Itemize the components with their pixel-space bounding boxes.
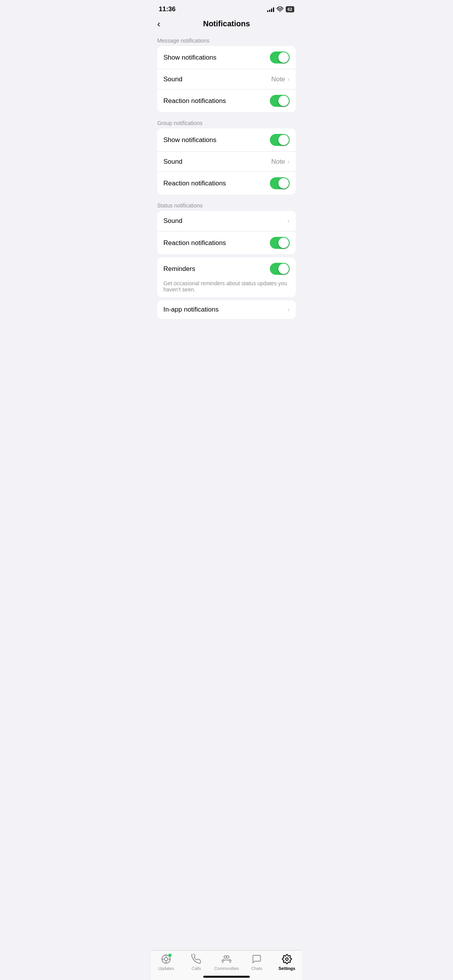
inapp-label: In-app notifications (163, 306, 219, 314)
battery-icon: 62 (286, 6, 294, 12)
status-reaction-label: Reaction notifications (163, 239, 226, 247)
reminders-toggle[interactable] (270, 263, 290, 275)
group-reaction-label: Reaction notifications (163, 180, 226, 187)
message-notifications-label: Message notifications (151, 33, 302, 46)
inapp-chevron: › (287, 306, 290, 314)
group-notifications-label: Group notifications (151, 115, 302, 128)
group-sound-label: Sound (163, 158, 182, 166)
status-reaction-toggle[interactable] (270, 237, 290, 249)
group-sound-value: Note (271, 158, 285, 166)
message-sound-right: Note › (271, 75, 290, 83)
message-show-notifications-row: Show notifications (157, 46, 296, 69)
group-sound-right: Note › (271, 158, 290, 166)
group-sound-row[interactable]: Sound Note › (157, 151, 296, 171)
message-show-notifications-label: Show notifications (163, 54, 216, 62)
message-sound-label: Sound (163, 75, 182, 83)
inapp-notifications-card: In-app notifications › (157, 300, 296, 319)
wifi-icon (276, 7, 283, 12)
status-icons: 62 (267, 6, 294, 12)
status-notifications-label: Status notifications (151, 198, 302, 211)
content-area: Message notifications Show notifications… (151, 33, 302, 365)
inapp-row[interactable]: In-app notifications › (157, 300, 296, 319)
status-reaction-row: Reaction notifications (157, 231, 296, 254)
reminders-card: Reminders Get occasional reminders about… (157, 257, 296, 297)
status-sound-chevron: › (287, 217, 290, 225)
group-reaction-toggle[interactable] (270, 177, 290, 189)
group-reaction-row: Reaction notifications (157, 171, 296, 195)
message-show-notifications-toggle[interactable] (270, 51, 290, 63)
status-time: 11:36 (159, 5, 175, 13)
group-show-notifications-row: Show notifications (157, 128, 296, 151)
message-sound-chevron: › (287, 75, 290, 83)
message-sound-value: Note (271, 75, 285, 83)
reminders-row: Reminders (157, 257, 296, 280)
group-notifications-card: Show notifications Sound Note › Reaction… (157, 128, 296, 195)
back-button[interactable]: ‹ (157, 19, 160, 29)
group-show-notifications-toggle[interactable] (270, 134, 290, 146)
status-sound-right: › (287, 217, 290, 225)
reminders-description: Get occasional reminders about status up… (157, 280, 296, 297)
status-notifications-card: Sound › Reaction notifications (157, 211, 296, 254)
status-sound-row[interactable]: Sound › (157, 211, 296, 231)
status-sound-label: Sound (163, 217, 182, 225)
reminders-label: Reminders (163, 265, 195, 273)
page-title: Notifications (203, 19, 250, 28)
group-sound-chevron: › (287, 158, 290, 166)
message-sound-row[interactable]: Sound Note › (157, 69, 296, 89)
page-header: ‹ Notifications (151, 16, 302, 33)
group-show-notifications-label: Show notifications (163, 136, 216, 144)
message-reaction-row: Reaction notifications (157, 89, 296, 112)
message-reaction-toggle[interactable] (270, 95, 290, 107)
signal-icon (267, 7, 274, 12)
svg-point-0 (280, 11, 280, 12)
message-notifications-card: Show notifications Sound Note › Reaction… (157, 46, 296, 112)
message-reaction-label: Reaction notifications (163, 97, 226, 105)
status-bar: 11:36 62 (151, 0, 302, 16)
